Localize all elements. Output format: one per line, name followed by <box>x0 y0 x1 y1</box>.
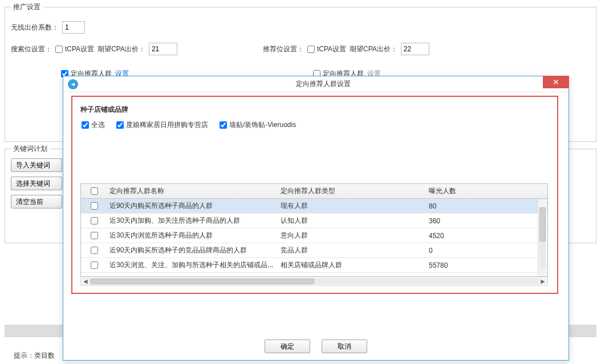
wireless-bid-input[interactable] <box>62 21 85 34</box>
row-type: 意向人群 <box>278 231 427 240</box>
col-type[interactable]: 定向推荐人群类型 <box>278 186 427 196</box>
back-icon[interactable]: ◄ <box>68 79 78 89</box>
scroll-right-icon[interactable]: ► <box>538 277 547 285</box>
row-checkbox[interactable] <box>91 217 98 224</box>
seed-section-title: 种子店铺或品牌 <box>80 105 551 114</box>
row-name: 近90天内购买所选种子商品的人群 <box>107 201 278 211</box>
table-row[interactable]: 近90天内购买所选种子的竞品品牌商品的人群 竞品人群 0 <box>81 243 547 258</box>
table-row[interactable]: 近30天浏览、关注、加购与所选种子相关的店铺或品... 相关店铺或品牌人群 55… <box>81 258 547 273</box>
ok-button[interactable]: 确定 <box>265 340 310 353</box>
row-type: 相关店铺或品牌人群 <box>278 260 427 270</box>
rec-expected-cpa-input[interactable] <box>401 43 429 55</box>
rec-tcpa-label: tCPA设置 <box>317 44 346 54</box>
wireless-bid-label: 无线出价系数： <box>11 23 59 32</box>
table-row[interactable]: 近30天内加购、加关注所选种子商品的人群 认知人群 360 <box>81 214 547 228</box>
search-tcpa-label: tCPA设置 <box>65 44 94 54</box>
search-expected-cpa-label: 期望CPA出价： <box>98 44 145 54</box>
row-name: 近90天内购买所选种子的竞品品牌商品的人群 <box>107 246 278 255</box>
import-keywords-button[interactable]: 导入关键词 <box>11 158 62 172</box>
dialog-body: 种子店铺或品牌 全选 度娘稀家居日用拼购专营店 墙贴/装饰贴-Vieruodis… <box>71 96 558 294</box>
col-exposure[interactable]: 曝光人数 <box>427 186 547 196</box>
row-exposure: 0 <box>427 247 547 255</box>
row-checkbox[interactable] <box>91 232 98 239</box>
row-exposure: 4520 <box>427 232 547 240</box>
close-button[interactable]: ✕ <box>543 76 569 88</box>
select-keywords-button[interactable]: 选择关键词 <box>11 177 62 190</box>
keyword-legend: 关键词计划 <box>11 144 50 154</box>
cancel-button[interactable]: 取消 <box>322 340 367 353</box>
seed-item-0-label: 度娘稀家居日用拼购专营店 <box>126 120 208 130</box>
rec-pos-label: 推荐位设置： <box>263 44 304 54</box>
audience-table: 定向推荐人群名称 定向推荐人群类型 曝光人数 近90天内购买所选种子商品的人群 … <box>80 183 548 286</box>
row-name: 近30天内加购、加关注所选种子商品的人群 <box>107 216 278 226</box>
seed-item-0-checkbox[interactable] <box>116 121 124 129</box>
row-type: 认知人群 <box>278 216 427 226</box>
row-name: 近30天浏览、关注、加购与所选种子相关的店铺或品... <box>107 260 278 270</box>
table-row[interactable]: 近90天内购买所选种子商品的人群 现有人群 80 <box>81 199 547 214</box>
search-tcpa-checkbox[interactable] <box>55 46 63 53</box>
hint-text: 提示：类目数 <box>14 351 55 361</box>
scroll-left-icon[interactable]: ◄ <box>81 277 90 285</box>
table-header-row: 定向推荐人群名称 定向推荐人群类型 曝光人数 <box>81 184 547 199</box>
clear-current-button[interactable]: 清空当前 <box>11 195 62 208</box>
vertical-scrollbar[interactable] <box>538 199 547 277</box>
rec-expected-cpa-label: 期望CPA出价： <box>350 44 397 54</box>
row-checkbox[interactable] <box>91 247 98 254</box>
table-header-checkbox[interactable] <box>91 187 98 195</box>
seed-item-1-label: 墙贴/装饰贴-Vieruodis <box>229 120 296 130</box>
table-row[interactable]: 近30天内浏览所选种子商品的人群 意向人群 4520 <box>81 228 547 243</box>
row-checkbox[interactable] <box>91 202 98 210</box>
row-exposure: 55780 <box>427 261 547 269</box>
row-type: 现有人群 <box>278 201 427 211</box>
row-name: 近30天内浏览所选种子商品的人群 <box>107 231 278 240</box>
row-type: 竞品人群 <box>278 246 427 255</box>
targeted-audience-dialog: ◄ 定向推荐人群设置 ✕ 种子店铺或品牌 全选 度娘稀家居日用拼购专营店 墙贴/… <box>63 76 569 361</box>
select-all-label: 全选 <box>91 120 105 130</box>
row-exposure: 80 <box>427 202 547 210</box>
rec-tcpa-checkbox[interactable] <box>307 46 315 53</box>
col-name[interactable]: 定向推荐人群名称 <box>107 186 278 196</box>
horizontal-scrollbar[interactable]: ◄ ► <box>80 277 548 286</box>
dialog-title: 定向推荐人群设置 <box>78 79 568 89</box>
row-exposure: 360 <box>427 217 547 225</box>
search-pos-label: 搜索位设置： <box>11 44 52 54</box>
select-all-checkbox[interactable] <box>82 121 89 129</box>
search-expected-cpa-input[interactable] <box>149 43 177 55</box>
seed-item-1-checkbox[interactable] <box>220 121 227 129</box>
promo-legend: 推广设置 <box>11 2 43 12</box>
row-checkbox[interactable] <box>91 261 98 269</box>
